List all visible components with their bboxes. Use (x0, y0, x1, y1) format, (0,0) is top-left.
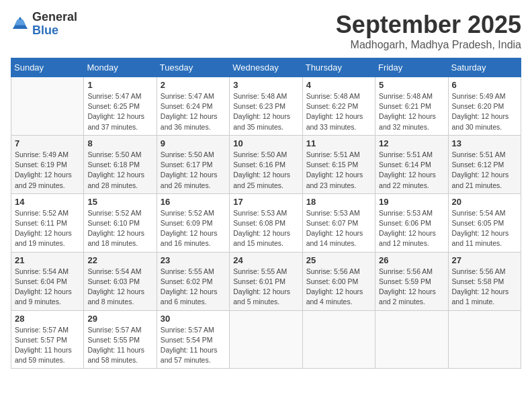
day-number: 10 (233, 138, 298, 148)
day-info: Sunrise: 5:50 AM Sunset: 6:16 PM Dayligh… (233, 150, 298, 191)
day-info: Sunrise: 5:51 AM Sunset: 6:14 PM Dayligh… (379, 150, 444, 191)
day-info: Sunrise: 5:50 AM Sunset: 6:18 PM Dayligh… (87, 150, 152, 191)
calendar-week-row: 14Sunrise: 5:52 AM Sunset: 6:11 PM Dayli… (11, 193, 521, 252)
day-info: Sunrise: 5:52 AM Sunset: 6:10 PM Dayligh… (87, 208, 152, 249)
weekday-header: Saturday (448, 58, 521, 77)
logo-icon (11, 15, 30, 34)
calendar-day-cell: 6Sunrise: 5:49 AM Sunset: 6:20 PM Daylig… (448, 77, 521, 136)
day-info: Sunrise: 5:47 AM Sunset: 6:25 PM Dayligh… (87, 91, 152, 132)
calendar-day-cell: 9Sunrise: 5:50 AM Sunset: 6:17 PM Daylig… (157, 135, 229, 193)
weekday-header: Monday (84, 58, 157, 77)
day-number: 25 (306, 255, 371, 265)
day-info: Sunrise: 5:53 AM Sunset: 6:08 PM Dayligh… (233, 208, 298, 249)
weekday-header: Thursday (302, 58, 375, 77)
day-info: Sunrise: 5:51 AM Sunset: 6:12 PM Dayligh… (452, 150, 517, 191)
day-number: 4 (306, 80, 371, 90)
calendar-day-cell (230, 310, 302, 369)
calendar-day-cell: 28Sunrise: 5:57 AM Sunset: 5:57 PM Dayli… (11, 310, 84, 369)
day-number: 19 (379, 197, 444, 207)
day-info: Sunrise: 5:57 AM Sunset: 5:55 PM Dayligh… (87, 325, 152, 366)
day-info: Sunrise: 5:53 AM Sunset: 6:06 PM Dayligh… (379, 208, 444, 249)
day-info: Sunrise: 5:48 AM Sunset: 6:21 PM Dayligh… (379, 91, 444, 132)
day-number: 13 (452, 138, 517, 148)
day-info: Sunrise: 5:57 AM Sunset: 5:57 PM Dayligh… (15, 325, 80, 366)
day-info: Sunrise: 5:50 AM Sunset: 6:17 PM Dayligh… (161, 150, 226, 191)
day-info: Sunrise: 5:49 AM Sunset: 6:19 PM Dayligh… (15, 150, 80, 191)
day-info: Sunrise: 5:52 AM Sunset: 6:09 PM Dayligh… (161, 208, 226, 249)
day-number: 20 (452, 197, 517, 207)
calendar-day-cell (302, 310, 375, 369)
calendar-day-cell: 11Sunrise: 5:51 AM Sunset: 6:15 PM Dayli… (302, 135, 375, 193)
calendar-day-cell: 24Sunrise: 5:55 AM Sunset: 6:01 PM Dayli… (230, 252, 302, 310)
day-info: Sunrise: 5:54 AM Sunset: 6:03 PM Dayligh… (87, 267, 152, 308)
day-number: 29 (87, 314, 152, 324)
calendar-day-cell: 17Sunrise: 5:53 AM Sunset: 6:08 PM Dayli… (230, 193, 302, 252)
calendar-day-cell (375, 310, 448, 369)
logo: General Blue (11, 11, 77, 38)
day-number: 26 (379, 255, 444, 265)
day-info: Sunrise: 5:48 AM Sunset: 6:23 PM Dayligh… (233, 91, 298, 132)
day-number: 28 (15, 314, 80, 324)
weekday-header: Tuesday (157, 58, 229, 77)
weekday-header: Friday (375, 58, 448, 77)
month-title: September 2025 (336, 11, 521, 39)
day-number: 3 (233, 80, 298, 90)
calendar-day-cell: 15Sunrise: 5:52 AM Sunset: 6:10 PM Dayli… (84, 193, 157, 252)
day-info: Sunrise: 5:51 AM Sunset: 6:15 PM Dayligh… (306, 150, 371, 191)
calendar-day-cell: 8Sunrise: 5:50 AM Sunset: 6:18 PM Daylig… (84, 135, 157, 193)
calendar-day-cell (11, 77, 84, 136)
svg-marker-3 (15, 19, 26, 25)
day-number: 15 (87, 197, 152, 207)
calendar-day-cell: 7Sunrise: 5:49 AM Sunset: 6:19 PM Daylig… (11, 135, 84, 193)
calendar-day-cell: 2Sunrise: 5:47 AM Sunset: 6:24 PM Daylig… (157, 77, 229, 136)
calendar-day-cell: 12Sunrise: 5:51 AM Sunset: 6:14 PM Dayli… (375, 135, 448, 193)
calendar-day-cell: 18Sunrise: 5:53 AM Sunset: 6:07 PM Dayli… (302, 193, 375, 252)
calendar-day-cell: 23Sunrise: 5:55 AM Sunset: 6:02 PM Dayli… (157, 252, 229, 310)
calendar-table: SundayMondayTuesdayWednesdayThursdayFrid… (11, 58, 521, 369)
day-number: 8 (87, 138, 152, 148)
calendar-header: SundayMondayTuesdayWednesdayThursdayFrid… (11, 58, 521, 77)
calendar-week-row: 7Sunrise: 5:49 AM Sunset: 6:19 PM Daylig… (11, 135, 521, 193)
weekday-header: Sunday (11, 58, 84, 77)
calendar-day-cell: 1Sunrise: 5:47 AM Sunset: 6:25 PM Daylig… (84, 77, 157, 136)
day-info: Sunrise: 5:55 AM Sunset: 6:02 PM Dayligh… (161, 267, 226, 308)
calendar-day-cell: 10Sunrise: 5:50 AM Sunset: 6:16 PM Dayli… (230, 135, 302, 193)
title-area: September 2025 Madhogarh, Madhya Pradesh… (336, 11, 521, 51)
day-number: 1 (87, 80, 152, 90)
calendar-day-cell: 5Sunrise: 5:48 AM Sunset: 6:21 PM Daylig… (375, 77, 448, 136)
day-info: Sunrise: 5:57 AM Sunset: 5:54 PM Dayligh… (161, 325, 226, 366)
day-number: 9 (161, 138, 226, 148)
calendar-day-cell: 19Sunrise: 5:53 AM Sunset: 6:06 PM Dayli… (375, 193, 448, 252)
calendar-day-cell: 20Sunrise: 5:54 AM Sunset: 6:05 PM Dayli… (448, 193, 521, 252)
day-info: Sunrise: 5:47 AM Sunset: 6:24 PM Dayligh… (161, 91, 226, 132)
day-number: 17 (233, 197, 298, 207)
day-info: Sunrise: 5:49 AM Sunset: 6:20 PM Dayligh… (452, 91, 517, 132)
weekday-header: Wednesday (230, 58, 302, 77)
calendar-body: 1Sunrise: 5:47 AM Sunset: 6:25 PM Daylig… (11, 77, 521, 369)
day-number: 16 (161, 197, 226, 207)
calendar-day-cell: 30Sunrise: 5:57 AM Sunset: 5:54 PM Dayli… (157, 310, 229, 369)
calendar-day-cell (448, 310, 521, 369)
logo-text: General Blue (32, 11, 77, 38)
calendar-day-cell: 27Sunrise: 5:56 AM Sunset: 5:58 PM Dayli… (448, 252, 521, 310)
day-info: Sunrise: 5:52 AM Sunset: 6:11 PM Dayligh… (15, 208, 80, 249)
day-number: 14 (15, 197, 80, 207)
calendar-day-cell: 4Sunrise: 5:48 AM Sunset: 6:22 PM Daylig… (302, 77, 375, 136)
calendar-day-cell: 25Sunrise: 5:56 AM Sunset: 6:00 PM Dayli… (302, 252, 375, 310)
day-number: 6 (452, 80, 517, 90)
day-info: Sunrise: 5:56 AM Sunset: 6:00 PM Dayligh… (306, 267, 371, 308)
page-header: General Blue September 2025 Madhogarh, M… (11, 11, 521, 51)
day-number: 7 (15, 138, 80, 148)
day-number: 12 (379, 138, 444, 148)
calendar-day-cell: 22Sunrise: 5:54 AM Sunset: 6:03 PM Dayli… (84, 252, 157, 310)
day-number: 24 (233, 255, 298, 265)
calendar-day-cell: 14Sunrise: 5:52 AM Sunset: 6:11 PM Dayli… (11, 193, 84, 252)
day-info: Sunrise: 5:54 AM Sunset: 6:05 PM Dayligh… (452, 208, 517, 249)
day-info: Sunrise: 5:48 AM Sunset: 6:22 PM Dayligh… (306, 91, 371, 132)
calendar-week-row: 21Sunrise: 5:54 AM Sunset: 6:04 PM Dayli… (11, 252, 521, 310)
calendar-day-cell: 13Sunrise: 5:51 AM Sunset: 6:12 PM Dayli… (448, 135, 521, 193)
calendar-day-cell: 21Sunrise: 5:54 AM Sunset: 6:04 PM Dayli… (11, 252, 84, 310)
calendar-week-row: 1Sunrise: 5:47 AM Sunset: 6:25 PM Daylig… (11, 77, 521, 136)
day-number: 22 (87, 255, 152, 265)
day-number: 11 (306, 138, 371, 148)
